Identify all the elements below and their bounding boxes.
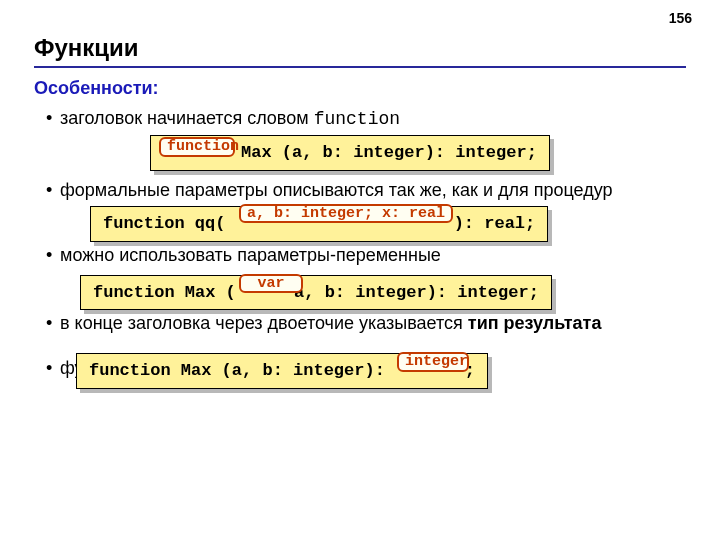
bullet-text-bold: тип результата <box>468 313 602 333</box>
highlight-var: var <box>239 274 303 294</box>
page-number: 156 <box>669 10 692 26</box>
highlight-params: a, b: integer; x: real <box>239 204 453 224</box>
highlight-keyword: function <box>159 137 235 157</box>
page-title: Функции <box>34 34 686 62</box>
inline-code: function <box>314 109 400 129</box>
code-box: function Max ( a, b: integer): integer; … <box>80 275 552 311</box>
section-subhead: Особенности: <box>34 78 686 99</box>
bullet-text: в конце заголовка через двоеточие указыв… <box>60 313 468 333</box>
code-box: function Max (a, b: integer): integer; <box>150 135 550 171</box>
list-item: формальные параметры описываются так же,… <box>38 179 686 242</box>
list-item: в конце заголовка через двоеточие указыв… <box>38 312 686 335</box>
code-box: function Max (a, b: integer):; integer <box>76 353 488 389</box>
code-text: function Max ( <box>93 283 236 302</box>
highlight-type: integer <box>397 352 469 372</box>
list-item: функ ммы function Max (a, b: integer):; … <box>38 357 686 380</box>
code-text: a, b: integer): integer; <box>284 283 539 302</box>
bullet-text: формальные параметры описываются так же,… <box>60 180 613 200</box>
list-item: можно использовать параметры-переменные … <box>38 244 686 311</box>
code-text: function Max (a, b: integer): <box>89 361 385 380</box>
code-text: Max (a, b: integer): integer; <box>241 143 537 162</box>
title-rule <box>34 66 686 68</box>
code-text: ): real; <box>454 214 536 233</box>
bullet-list: заголовок начинается словом function fun… <box>34 107 686 380</box>
code-box: function qq( ): real; a, b: integer; x: … <box>90 206 548 242</box>
bullet-text: можно использовать параметры-переменные <box>60 245 441 265</box>
bullet-text: заголовок начинается словом <box>60 108 314 128</box>
code-text: function qq( <box>103 214 236 233</box>
list-item: заголовок начинается словом function fun… <box>38 107 686 171</box>
